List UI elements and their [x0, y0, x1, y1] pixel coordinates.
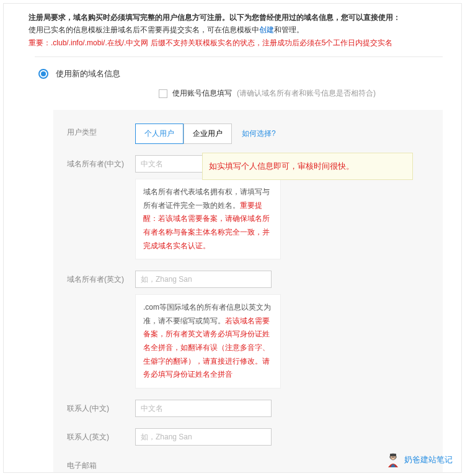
tab-personal-user[interactable]: 个人用户: [135, 123, 184, 144]
owner-en-hint: .com等国际域名的所有者信息以英文为准，请不要缩写或简写。若该域名需要备案，所…: [135, 294, 281, 388]
checkbox-icon[interactable]: [159, 89, 167, 98]
notice-line1: 注册局要求，域名购买时必须填写完整的用户信息方可注册。以下为您曾经使用过的域名信…: [29, 11, 461, 24]
checkbox-hint: (请确认域名所有者和账号信息是否相符合): [237, 88, 376, 99]
notice-line2: 使用已实名的信息模板注册域名后不需要再提交实名，可在信息模板中创建和管理。: [29, 24, 461, 36]
svg-rect-1: [390, 454, 396, 456]
email-label: 电子邮箱: [67, 457, 135, 471]
notice-line3: 重要：.club/.info/.mobi/.在线/.中文网 后缀不支持关联模板实…: [29, 37, 461, 49]
watermark-avatar-icon: [384, 451, 402, 469]
create-link[interactable]: 创建: [259, 25, 274, 34]
tab-enterprise-user[interactable]: 企业用户: [184, 123, 232, 144]
owner-en-label: 域名所有者(英文): [67, 271, 135, 285]
contact-cn-input[interactable]: [135, 400, 272, 417]
contact-en-label: 联系人(英文): [67, 428, 135, 442]
use-account-info-checkbox-row[interactable]: 使用账号信息填写 (请确认域名所有者和账号信息是否相符合): [159, 88, 443, 99]
user-type-label: 用户类型: [67, 123, 135, 138]
form-panel: 用户类型 个人用户 企业用户 如何选择? 域名所有者(中文) 如实填写个人信息即…: [53, 110, 443, 473]
watermark-text: 奶爸建站笔记: [404, 454, 453, 465]
owner-en-input[interactable]: [135, 271, 272, 288]
watermark: 奶爸建站笔记: [384, 451, 453, 469]
owner-cn-label: 域名所有者(中文): [67, 155, 135, 169]
owner-cn-hint: 域名所有者代表域名拥有权，请填写与所有者证件完全一致的姓名。重要提醒：若该域名需…: [135, 179, 281, 259]
annotation-tooltip: 如实填写个人信息即可，审核时间很快。: [202, 153, 413, 180]
contact-en-input[interactable]: [135, 428, 272, 446]
contact-cn-label: 联系人(中文): [67, 400, 135, 414]
radio-icon: [38, 69, 48, 79]
radio-label: 使用新的域名信息: [56, 68, 120, 79]
checkbox-label: 使用账号信息填写: [172, 88, 232, 99]
use-new-domain-info-radio[interactable]: 使用新的域名信息: [35, 68, 443, 79]
how-to-choose-link[interactable]: 如何选择?: [242, 128, 276, 139]
header-notice: 注册局要求，域名购买时必须填写完整的用户信息方可注册。以下为您曾经使用过的域名信…: [4, 4, 461, 56]
